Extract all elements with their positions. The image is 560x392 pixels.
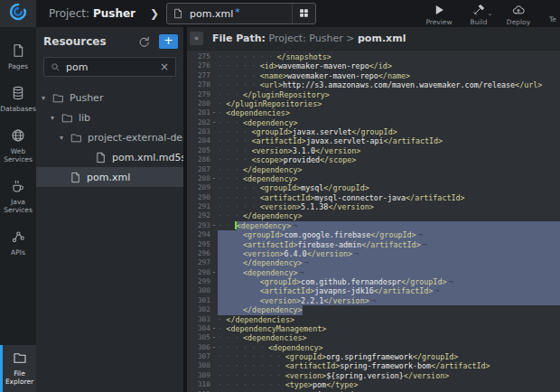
code-line-content[interactable]: ·····<version>2.2.1</version>¬ — [218, 296, 560, 305]
code-line-content[interactable]: ········<type>pom</type> — [218, 380, 560, 389]
code-area[interactable]: 275·······</snapshots>276·····<id>wavema… — [187, 51, 560, 392]
add-resource-button[interactable]: + — [159, 34, 178, 49]
open-file-tab[interactable]: pom.xml * — [166, 3, 316, 24]
code-line-content[interactable]: ·····<url>http://s3.amazonaws.com/maven.… — [218, 80, 560, 89]
code-line-content[interactable]: ······<dependency> — [218, 343, 560, 352]
code-line[interactable]: 303·</dependencies> — [187, 315, 560, 324]
sidebar-item-web-services[interactable]: Web Services — [0, 126, 36, 165]
code-line[interactable]: 275·······</snapshots> — [187, 52, 560, 61]
code-line[interactable]: 278·····<url>http://s3.amazonaws.com/mav… — [187, 80, 560, 89]
tree-expand-arrow-icon[interactable]: ▾ — [42, 94, 51, 102]
code-line[interactable]: 309········<version>${spring.version}</v… — [187, 371, 560, 380]
code-line-content[interactable]: ····<groupId>javax.servlet</groupId> — [218, 127, 560, 136]
search-input[interactable]: pom — [66, 61, 154, 73]
code-line[interactable]: 287···</dependency> — [187, 165, 560, 174]
code-line[interactable]: 288-···<dependency> — [187, 174, 560, 183]
code-line[interactable]: 296···<version>6.4.0</version>¬ — [187, 249, 560, 258]
code-line[interactable]: 276·····<id>wavemaker-maven-repo</id> — [187, 61, 560, 70]
code-line-content[interactable]: ·····<version>5.1.38</version> — [218, 202, 560, 211]
fold-marker[interactable]: - — [210, 118, 218, 127]
code-line[interactable]: 284····<artifactId>javax.servlet-api</ar… — [187, 136, 560, 145]
code-line[interactable]: 282-···<dependency> — [187, 118, 560, 127]
code-line[interactable]: 289·····<groupId>mysql</groupId> — [187, 183, 560, 192]
sidebar-item-java-services[interactable]: Java Services — [0, 177, 36, 216]
code-line-content[interactable]: ·····<artifactId>mysql-connector-java</a… — [218, 193, 560, 202]
code-line-content[interactable]: ·······</snapshots> — [218, 52, 560, 61]
layout-grid-button[interactable] — [292, 3, 315, 24]
code-line-content[interactable]: ·····<groupId>com.github.fernandospr</gr… — [218, 277, 560, 286]
code-line[interactable]: 298-···<dependency>¬ — [187, 268, 560, 277]
toolbar-button-deploy[interactable]: Deploy — [500, 1, 537, 26]
tree-expand-arrow-icon[interactable]: ▾ — [60, 134, 69, 142]
code-line-content[interactable]: ·<dependencyManagement> — [218, 324, 560, 333]
code-line[interactable]: 308········<artifactId>spring-framework-… — [187, 361, 560, 370]
code-line[interactable]: 305-···<dependencies> — [187, 333, 560, 342]
code-line-content[interactable]: ········<version>${spring.version}</vers… — [218, 371, 560, 380]
fold-marker[interactable]: - — [210, 174, 218, 183]
code-line[interactable]: 281-·<dependencies> — [187, 108, 560, 117]
code-line-content[interactable]: ·····<groupId>mysql</groupId> — [218, 183, 560, 192]
code-line[interactable]: 286····<scope>provided</scope> — [187, 155, 560, 164]
fold-marker[interactable]: - — [210, 268, 218, 277]
code-line-content[interactable]: ···</pluginRepository> — [218, 90, 560, 99]
code-line-content[interactable]: ···<dependency> — [218, 118, 560, 127]
refresh-button[interactable] — [137, 35, 151, 49]
code-line[interactable]: 285····<version>3.1.0</version> — [187, 146, 560, 155]
code-line-content[interactable]: ·····<id>wavemaker-maven-repo</id> — [218, 61, 560, 70]
app-logo[interactable] — [0, 0, 36, 27]
code-line-content[interactable]: ··<dependency>¬ — [218, 221, 560, 230]
code-line[interactable]: 293-··<dependency>¬ — [187, 221, 560, 230]
code-line-content[interactable]: ····<artifactId>javax.servlet-api</artif… — [218, 136, 560, 145]
resource-search-box[interactable]: pom × — [43, 57, 176, 77]
tree-item[interactable]: ▾Pusher — [36, 88, 183, 107]
code-line[interactable]: 277·····<name>wavemaker-maven-repo</name… — [187, 71, 560, 80]
tree-item[interactable]: ▾lib — [36, 107, 183, 127]
code-line[interactable]: 292···</dependency> — [187, 211, 560, 220]
sidebar-item-file-explorer[interactable]: File Explorer — [0, 345, 36, 392]
code-line-content[interactable]: ···</dependency> — [218, 165, 560, 174]
code-line[interactable]: 306-······<dependency> — [187, 343, 560, 352]
tree-item[interactable]: ▾project-external-dependencies — [36, 127, 183, 147]
code-line[interactable]: 304-·<dependencyManagement> — [187, 324, 560, 333]
toolbar-button-preview[interactable]: Preview — [421, 1, 457, 26]
code-line[interactable]: 297···</dependency>¬ — [187, 258, 560, 267]
toolbar-button-build[interactable]: ⌄Build — [461, 1, 497, 26]
code-line[interactable]: 280·</pluginRepositories> — [187, 99, 560, 108]
fold-marker[interactable]: - — [210, 108, 218, 117]
code-line-content[interactable]: ···<groupId>com.google.firebase</groupId… — [218, 230, 560, 239]
code-line-content[interactable]: ···<dependency> — [218, 174, 560, 183]
code-line-content[interactable]: ···<dependencies> — [218, 333, 560, 342]
code-line[interactable]: 299·····<groupId>com.github.fernandospr<… — [187, 277, 560, 286]
code-line-content[interactable]: ·</pluginRepositories> — [218, 99, 560, 108]
code-line-content[interactable]: ···</dependency> — [218, 211, 560, 220]
code-line[interactable]: 310········<type>pom</type> — [187, 380, 560, 389]
collapse-panel-icon[interactable]: « — [190, 32, 203, 45]
code-line[interactable]: 307········<groupId>org.springframework<… — [187, 352, 560, 361]
code-line-content[interactable]: ····<version>3.1.0</version> — [218, 146, 560, 155]
code-line-content[interactable]: ········<groupId>org.springframework</gr… — [218, 352, 560, 361]
code-line-content[interactable]: ···<version>6.4.0</version>¬ — [218, 249, 560, 258]
code-line-content[interactable]: ···<artifactId>firebase-admin</artifactI… — [218, 240, 560, 249]
code-line-content[interactable]: ···</dependency> — [218, 305, 560, 314]
sidebar-item-apis[interactable]: APIs — [0, 228, 36, 258]
fold-marker[interactable]: - — [210, 324, 218, 333]
code-line[interactable]: 290·····<artifactId>mysql-connector-java… — [187, 193, 560, 202]
chevron-right-icon[interactable]: ❯ — [150, 7, 159, 20]
sidebar-item-pages[interactable]: Pages — [0, 42, 36, 72]
fold-marker[interactable]: - — [210, 333, 218, 342]
code-line[interactable]: 295···<artifactId>firebase-admin</artifa… — [187, 240, 560, 249]
code-line[interactable]: 283····<groupId>javax.servlet</groupId> — [187, 127, 560, 136]
code-line[interactable]: 279···</pluginRepository> — [187, 90, 560, 99]
code-line-content[interactable]: ········<artifactId>spring-framework-bom… — [218, 361, 560, 370]
tree-expand-arrow-icon[interactable]: ▾ — [51, 114, 60, 122]
sidebar-item-databases[interactable]: Databases — [0, 84, 36, 115]
tree-item[interactable]: pom.xml.md5sum — [36, 147, 183, 167]
code-line-content[interactable]: ·<dependencies> — [218, 108, 560, 117]
code-line-content[interactable]: ·····<name>wavemaker-maven-repo</name> — [218, 71, 560, 80]
code-line-content[interactable]: ···<dependency>¬ — [218, 268, 560, 277]
tree-item[interactable]: pom.xml — [36, 167, 183, 187]
fold-marker[interactable]: - — [210, 343, 218, 352]
code-line[interactable]: 300·····<artifactId>javapns-jdk16</artif… — [187, 286, 560, 295]
code-line-content[interactable]: ·</dependencies> — [218, 315, 560, 324]
code-line-content[interactable]: ···</dependency>¬ — [218, 258, 560, 267]
